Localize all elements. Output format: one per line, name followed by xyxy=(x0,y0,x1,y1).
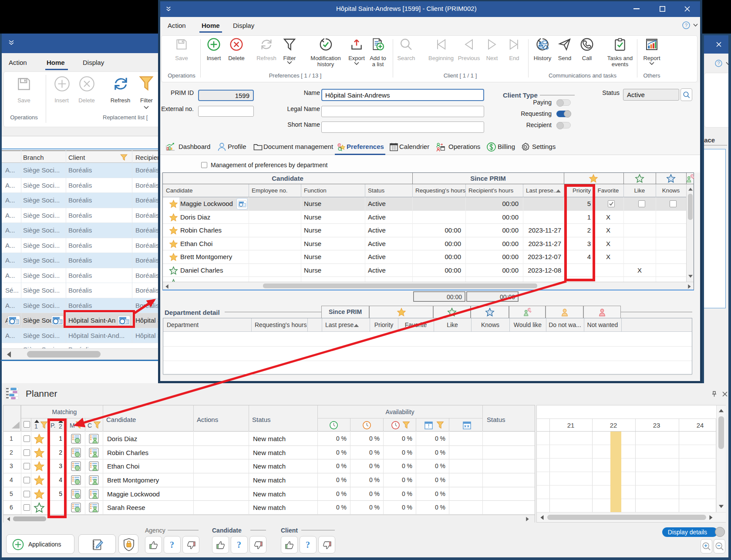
svg-text:?: ? xyxy=(170,540,174,550)
svg-text:!: ! xyxy=(428,423,430,428)
svg-text:?: ? xyxy=(306,540,310,550)
svg-text:?: ? xyxy=(685,23,687,28)
svg-text:?: ? xyxy=(237,540,241,550)
svg-text:?: ? xyxy=(717,61,720,66)
